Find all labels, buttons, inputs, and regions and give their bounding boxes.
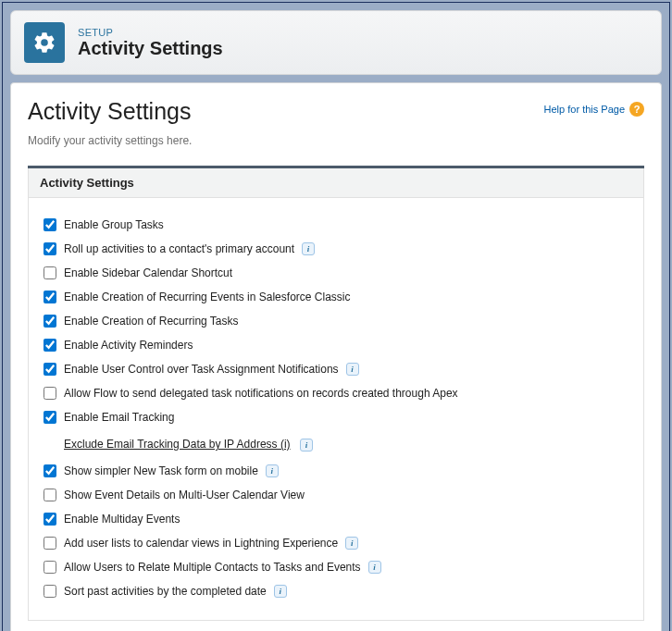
checkbox-enable-recurring-tasks[interactable]	[44, 315, 56, 328]
label-allow-flow-delegated: Allow Flow to send delegated task notifi…	[64, 387, 458, 400]
section-body: Enable Group Tasks Roll up activities to…	[28, 198, 644, 621]
label-allow-relate-multiple-contacts: Allow Users to Relate Multiple Contacts …	[64, 561, 361, 574]
checkbox-enable-group-tasks[interactable]	[44, 218, 56, 231]
page-heading: Activity Settings	[28, 98, 191, 125]
help-link[interactable]: Help for this Page ?	[544, 102, 644, 117]
activity-settings-section: Activity Settings Enable Group Tasks Rol…	[28, 166, 644, 621]
content-card: Activity Settings Help for this Page ? M…	[10, 82, 662, 631]
help-link-text: Help for this Page	[544, 104, 625, 115]
info-icon[interactable]: i	[274, 585, 287, 598]
option-allow-relate-multiple-contacts: Allow Users to Relate Multiple Contacts …	[44, 557, 632, 577]
label-enable-multiday-events: Enable Multiday Events	[64, 513, 180, 526]
checkbox-sort-past-activities[interactable]	[44, 585, 56, 598]
option-sort-past-activities: Sort past activities by the completed da…	[44, 581, 632, 601]
info-icon[interactable]: i	[302, 242, 315, 255]
label-enable-recurring-events: Enable Creation of Recurring Events in S…	[64, 291, 350, 303]
label-enable-group-tasks: Enable Group Tasks	[64, 218, 164, 231]
header-text: SETUP Activity Settings	[78, 27, 223, 58]
option-enable-activity-reminders: Enable Activity Reminders	[44, 335, 632, 355]
row-exclude-email-tracking: Exclude Email Tracking Data by IP Addres…	[64, 431, 632, 457]
info-icon[interactable]: i	[300, 439, 313, 452]
label-enable-email-tracking: Enable Email Tracking	[64, 411, 174, 424]
help-icon: ?	[629, 102, 644, 117]
checkbox-enable-multiday-events[interactable]	[44, 513, 56, 526]
option-enable-group-tasks: Enable Group Tasks	[44, 215, 632, 235]
label-enable-activity-reminders: Enable Activity Reminders	[64, 339, 193, 352]
info-icon[interactable]: i	[368, 561, 381, 574]
option-enable-recurring-tasks: Enable Creation of Recurring Tasks	[44, 311, 632, 331]
label-enable-recurring-tasks: Enable Creation of Recurring Tasks	[64, 315, 239, 328]
setup-label: SETUP	[78, 27, 223, 38]
option-show-simpler-task-form: Show simpler New Task form on mobile i	[44, 461, 632, 481]
checkbox-show-simpler-task-form[interactable]	[44, 464, 56, 477]
page-title: Activity Settings	[78, 38, 223, 58]
checkbox-add-user-lists-calendar[interactable]	[44, 537, 56, 550]
info-icon[interactable]: i	[346, 363, 359, 376]
option-add-user-lists-calendar: Add user lists to calendar views in Ligh…	[44, 533, 632, 553]
checkbox-allow-relate-multiple-contacts[interactable]	[44, 561, 56, 574]
option-enable-multiday-events: Enable Multiday Events	[44, 509, 632, 529]
option-enable-user-control-task-notif: Enable User Control over Task Assignment…	[44, 359, 632, 379]
setup-header-card: SETUP Activity Settings	[10, 10, 662, 75]
checkbox-roll-up-activities[interactable]	[44, 242, 56, 255]
option-enable-sidebar-calendar: Enable Sidebar Calendar Shortcut	[44, 263, 632, 283]
option-show-event-details-multi: Show Event Details on Multi-User Calenda…	[44, 485, 632, 505]
checkbox-allow-flow-delegated[interactable]	[44, 387, 56, 400]
checkbox-enable-sidebar-calendar[interactable]	[44, 266, 56, 279]
checkbox-enable-user-control-task-notif[interactable]	[44, 363, 56, 376]
checkbox-show-event-details-multi[interactable]	[44, 489, 56, 501]
info-icon[interactable]: i	[345, 537, 358, 550]
label-show-event-details-multi: Show Event Details on Multi-User Calenda…	[64, 489, 305, 501]
section-title: Activity Settings	[28, 168, 644, 198]
label-sort-past-activities: Sort past activities by the completed da…	[64, 585, 267, 598]
checkbox-enable-recurring-events[interactable]	[44, 291, 56, 303]
label-add-user-lists-calendar: Add user lists to calendar views in Ligh…	[64, 537, 338, 550]
label-roll-up-activities: Roll up activities to a contact's primar…	[64, 242, 294, 255]
label-enable-sidebar-calendar: Enable Sidebar Calendar Shortcut	[64, 266, 232, 279]
gear-icon	[24, 22, 65, 63]
app-frame: SETUP Activity Settings Activity Setting…	[2, 2, 670, 631]
info-icon[interactable]: i	[266, 464, 279, 477]
option-enable-email-tracking: Enable Email Tracking	[44, 407, 632, 427]
checkbox-enable-activity-reminders[interactable]	[44, 339, 56, 352]
checkbox-enable-email-tracking[interactable]	[44, 411, 56, 424]
option-roll-up-activities: Roll up activities to a contact's primar…	[44, 239, 632, 259]
link-exclude-email-tracking[interactable]: Exclude Email Tracking Data by IP Addres…	[64, 438, 291, 451]
label-show-simpler-task-form: Show simpler New Task form on mobile	[64, 464, 258, 477]
label-enable-user-control-task-notif: Enable User Control over Task Assignment…	[64, 363, 339, 376]
option-allow-flow-delegated: Allow Flow to send delegated task notifi…	[44, 383, 632, 403]
option-enable-recurring-events: Enable Creation of Recurring Events in S…	[44, 287, 632, 307]
page-subtext: Modify your activity settings here.	[28, 134, 644, 147]
